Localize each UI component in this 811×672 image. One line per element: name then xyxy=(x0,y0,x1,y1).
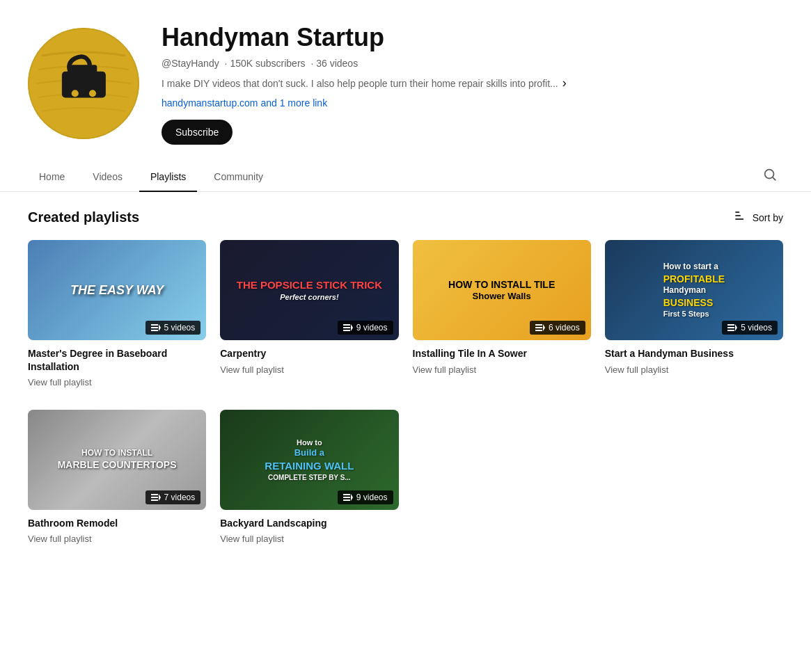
subscribe-button[interactable]: Subscribe xyxy=(162,120,233,145)
expand-description-icon[interactable]: › xyxy=(562,76,567,90)
playlist-card-3[interactable]: HOW TO INSTALL TILE Shower Walls 6 video… xyxy=(413,240,591,387)
view-playlist-link-1[interactable]: View full playlist xyxy=(28,377,206,387)
video-count-badge-4: 5 videos xyxy=(722,321,778,335)
svg-rect-25 xyxy=(727,327,734,328)
video-count-badge-2: 9 videos xyxy=(338,321,393,335)
sort-button[interactable]: Sort by xyxy=(733,209,783,226)
svg-rect-12 xyxy=(151,324,158,326)
view-playlist-link-6[interactable]: View full playlist xyxy=(220,534,398,544)
playlist-card-5[interactable]: HOW TO INSTALL MARBLE COUNTERTOPS 7 vide… xyxy=(28,410,206,544)
channel-header: Handyman Startup @StayHandy · 150K subsc… xyxy=(0,0,811,161)
section-title: Created playlists xyxy=(28,209,139,225)
channel-links: handymanstartup.com and 1 more link xyxy=(162,97,783,109)
svg-rect-32 xyxy=(343,494,350,495)
playlist-thumbnail-3: HOW TO INSTALL TILE Shower Walls 6 video… xyxy=(413,240,591,340)
svg-rect-29 xyxy=(151,497,158,498)
channel-handle: @StayHandy xyxy=(162,58,219,69)
subscriber-count: 150K subscribers xyxy=(230,58,305,69)
channel-description: I make DIY videos that don't suck. I als… xyxy=(162,76,783,90)
playlist-title-1: Master's Degree in Baseboard Installatio… xyxy=(28,347,206,372)
svg-rect-33 xyxy=(343,497,350,498)
playlist-grid-row2: HOW TO INSTALL MARBLE COUNTERTOPS 7 vide… xyxy=(28,410,783,544)
svg-rect-16 xyxy=(343,324,350,326)
svg-rect-22 xyxy=(535,330,542,331)
playlist-title-5: Bathroom Remodel xyxy=(28,517,206,529)
svg-rect-17 xyxy=(343,327,350,328)
svg-rect-34 xyxy=(343,499,350,501)
tab-playlists[interactable]: Playlists xyxy=(139,163,197,192)
channel-nav: Home Videos Playlists Community xyxy=(0,161,811,192)
sort-icon xyxy=(733,209,747,226)
playlist-title-4: Start a Handyman Business xyxy=(605,347,783,360)
svg-rect-26 xyxy=(727,330,734,331)
tab-home[interactable]: Home xyxy=(28,163,76,192)
playlist-card-2[interactable]: THE POPSICLE STICK TRICK Perfect corners… xyxy=(220,240,398,387)
channel-info: Handyman Startup @StayHandy · 150K subsc… xyxy=(162,22,783,145)
svg-point-6 xyxy=(89,90,96,97)
svg-rect-21 xyxy=(535,327,542,328)
playlist-card-4[interactable]: How to start a PROFITABLE Handyman BUSIN… xyxy=(605,240,783,387)
svg-marker-27 xyxy=(735,324,737,331)
video-count-badge-1: 5 videos xyxy=(145,321,201,335)
channel-meta: @StayHandy · 150K subscribers · 36 video… xyxy=(162,58,783,69)
description-text: I make DIY videos that don't suck. I als… xyxy=(162,78,558,89)
playlist-thumbnail-2: THE POPSICLE STICK TRICK Perfect corners… xyxy=(220,240,398,340)
view-playlist-link-3[interactable]: View full playlist xyxy=(413,365,591,375)
svg-marker-23 xyxy=(543,324,545,331)
video-count-badge-6: 9 videos xyxy=(338,490,393,504)
view-playlist-link-4[interactable]: View full playlist xyxy=(605,365,783,375)
sort-label: Sort by xyxy=(753,212,783,223)
svg-rect-14 xyxy=(151,330,158,331)
svg-rect-28 xyxy=(151,494,158,495)
view-playlist-link-2[interactable]: View full playlist xyxy=(220,365,398,375)
svg-rect-2 xyxy=(62,72,106,98)
svg-rect-20 xyxy=(535,324,542,326)
view-playlist-link-5[interactable]: View full playlist xyxy=(28,534,206,544)
svg-marker-35 xyxy=(351,494,353,501)
svg-marker-19 xyxy=(351,324,353,331)
svg-rect-30 xyxy=(151,499,158,501)
playlist-title-3: Installing Tile In A Sower xyxy=(413,347,591,360)
playlist-grid-row1: THE EASY WAY 5 videos Master's Degree in… xyxy=(28,240,783,387)
playlist-thumbnail-6: How to Build a RETAINING WALL COMPLETE S… xyxy=(220,410,398,510)
svg-marker-31 xyxy=(159,494,161,501)
playlist-thumbnail-4: How to start a PROFITABLE Handyman BUSIN… xyxy=(605,240,783,340)
svg-point-7 xyxy=(765,170,774,179)
playlist-card-1[interactable]: THE EASY WAY 5 videos Master's Degree in… xyxy=(28,240,206,387)
svg-marker-15 xyxy=(159,324,161,331)
svg-rect-13 xyxy=(151,327,158,328)
svg-rect-24 xyxy=(727,324,734,326)
section-header: Created playlists Sort by xyxy=(28,209,783,226)
tab-community[interactable]: Community xyxy=(203,163,274,192)
channel-website-link[interactable]: handymanstartup.com xyxy=(162,97,258,109)
video-count-badge-5: 7 videos xyxy=(145,490,201,504)
svg-rect-18 xyxy=(343,330,350,331)
svg-line-8 xyxy=(773,177,775,180)
playlist-title-2: Carpentry xyxy=(220,347,398,360)
tab-videos[interactable]: Videos xyxy=(81,163,134,192)
playlist-thumbnail-1: THE EASY WAY 5 videos xyxy=(28,240,206,340)
playlist-card-6[interactable]: How to Build a RETAINING WALL COMPLETE S… xyxy=(220,410,398,544)
playlist-title-6: Backyard Landscaping xyxy=(220,517,398,529)
content-area: Created playlists Sort by THE EASY WAY xyxy=(0,192,811,561)
video-count: 36 videos xyxy=(316,58,358,69)
playlist-thumbnail-5: HOW TO INSTALL MARBLE COUNTERTOPS 7 vide… xyxy=(28,410,206,510)
channel-name: Handyman Startup xyxy=(162,22,783,52)
svg-point-5 xyxy=(72,90,79,97)
video-count-badge-3: 6 videos xyxy=(530,321,585,335)
channel-avatar xyxy=(28,28,139,139)
more-links-text: and 1 more link xyxy=(260,97,327,109)
search-icon[interactable] xyxy=(757,161,783,191)
